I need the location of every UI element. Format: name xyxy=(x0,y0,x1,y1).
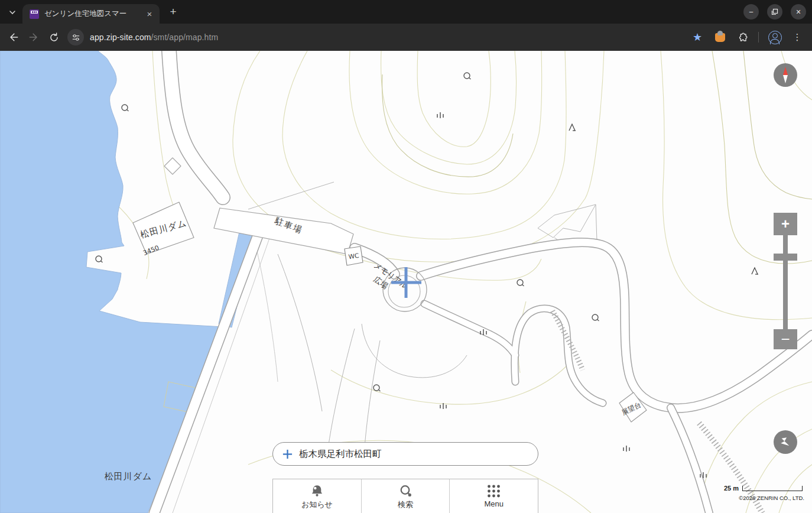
orange-extension-button[interactable] xyxy=(710,27,730,47)
zoom-slider-thumb[interactable] xyxy=(774,254,797,261)
nav-label-notifications: お知らせ xyxy=(301,499,333,510)
extensions-button[interactable] xyxy=(732,27,752,47)
my-location-button[interactable] xyxy=(774,430,797,454)
grid-icon xyxy=(486,483,502,499)
url-text: app.zip-site.com/smt/app/map.htm xyxy=(90,33,218,42)
zoom-out-button[interactable]: − xyxy=(774,329,797,349)
window-minimize-button[interactable]: − xyxy=(743,4,759,20)
scale-bar xyxy=(742,486,803,491)
nav-label-menu: Menu xyxy=(484,499,504,508)
window-maximize-button[interactable] xyxy=(767,4,782,20)
url-path: /smt/app/map.htm xyxy=(151,33,219,42)
nav-item-search[interactable]: 検索 xyxy=(361,479,450,513)
tab-title: ゼンリン住宅地図スマー xyxy=(44,9,144,19)
navigation-arrow-icon xyxy=(778,435,792,449)
toolbar-separator xyxy=(758,32,759,43)
reload-button[interactable] xyxy=(44,27,64,47)
orange-extension-icon xyxy=(715,33,725,42)
bookmark-star-icon: ★ xyxy=(693,31,702,44)
search-address-text: 栃木県足利市松田町 xyxy=(299,448,382,460)
forward-arrow-icon xyxy=(28,31,40,43)
compass-needle-icon xyxy=(779,66,792,84)
forward-button[interactable] xyxy=(24,27,44,47)
reload-icon xyxy=(48,32,60,43)
back-button[interactable] xyxy=(4,27,24,47)
bookmark-star-button[interactable]: ★ xyxy=(687,27,707,47)
browser-toolbar: app.zip-site.com/smt/app/map.htm ★ ⋮ xyxy=(0,24,812,51)
tab-bar: ゼンリン住宅地図スマー × + − × xyxy=(0,0,812,24)
profile-button[interactable] xyxy=(765,27,785,47)
maximize-icon xyxy=(771,8,778,15)
map-viewport[interactable]: 松田川ダム 3450 駐車場 WC メモリアル 広場 展望台 松田川ダム + xyxy=(0,51,812,513)
scale-label: 25 m xyxy=(703,485,739,492)
compass-button[interactable] xyxy=(774,63,797,87)
map-label-wc: WC xyxy=(348,252,359,260)
zenrin-favicon-icon xyxy=(30,9,39,19)
browser-window: ゼンリン住宅地図スマー × + − × xyxy=(0,0,812,513)
nav-item-menu[interactable]: Menu xyxy=(449,479,538,513)
new-tab-button[interactable]: + xyxy=(167,6,180,19)
zoom-slider-track[interactable] xyxy=(783,235,788,331)
bell-icon xyxy=(309,483,325,499)
tab-search-button[interactable] xyxy=(5,5,20,20)
nav-label-search: 検索 xyxy=(398,499,413,510)
tab-close-button[interactable]: × xyxy=(144,9,155,20)
profile-avatar-icon xyxy=(768,31,782,44)
active-tab[interactable]: ゼンリン住宅地図スマー × xyxy=(22,4,160,24)
bottom-navigation: お知らせ 検索 Menu xyxy=(272,479,538,513)
map-search-bar[interactable]: 栃木県足利市松田町 xyxy=(272,442,538,466)
chevron-down-icon xyxy=(8,8,17,17)
kebab-menu-icon: ⋮ xyxy=(793,32,802,43)
window-close-button[interactable]: × xyxy=(791,4,806,20)
search-icon xyxy=(398,483,414,499)
nav-item-notifications[interactable]: お知らせ xyxy=(273,479,361,513)
plus-icon xyxy=(282,449,293,460)
toolbar-right-cluster: ★ ⋮ xyxy=(687,24,807,51)
copyright-text: ©2026 ZENRIN CO., LTD. xyxy=(674,495,804,501)
site-info-button[interactable] xyxy=(67,29,84,46)
puzzle-icon xyxy=(737,32,748,43)
address-bar[interactable]: app.zip-site.com/smt/app/map.htm xyxy=(67,29,218,46)
back-arrow-icon xyxy=(8,31,20,43)
site-settings-icon xyxy=(72,33,80,42)
map-label-dam-lake: 松田川ダム xyxy=(105,471,152,482)
browser-menu-button[interactable]: ⋮ xyxy=(787,27,807,47)
url-domain: app.zip-site.com xyxy=(90,33,151,42)
zoom-in-button[interactable]: + xyxy=(774,213,797,235)
